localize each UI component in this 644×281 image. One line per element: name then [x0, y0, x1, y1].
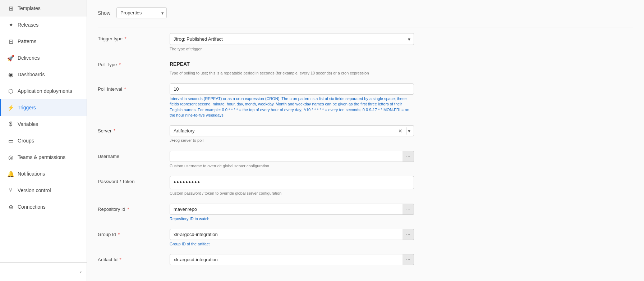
artifact-id-label: Artifact Id *	[98, 254, 170, 262]
sidebar-item-variables[interactable]: $ Variables	[0, 116, 87, 132]
username-expand-button[interactable]: ⋯	[402, 151, 414, 162]
sidebar-item-dashboards[interactable]: ◉ Dashboards	[0, 66, 87, 83]
application-deployments-icon: ⬡	[8, 88, 14, 94]
sidebar-item-label-patterns: Patterns	[18, 38, 36, 44]
server-row: Server * ✕ ▾ JFrog server to poll	[98, 125, 633, 143]
sidebar-item-patterns[interactable]: ⊟ Patterns	[0, 33, 87, 50]
sidebar-item-label-releases: Releases	[18, 22, 38, 28]
password-content: Custom password / token to override glob…	[170, 176, 414, 196]
repository-id-input-wrapper: ⋯	[170, 204, 414, 215]
poll-type-value: REPEAT	[170, 59, 414, 69]
patterns-icon: ⊟	[8, 38, 14, 45]
repository-id-hint: Repository ID to watch	[170, 216, 414, 222]
collapse-button[interactable]: ‹	[0, 266, 87, 278]
trigger-type-label: Trigger type *	[98, 33, 170, 41]
server-clear-icon[interactable]: ✕	[397, 127, 404, 135]
group-id-required: *	[117, 232, 120, 237]
username-input-wrapper: ⋯	[170, 151, 414, 162]
poll-interval-label: Poll Interval *	[98, 83, 170, 92]
poll-type-required: *	[118, 62, 121, 67]
repository-id-expand-button[interactable]: ⋯	[402, 204, 414, 215]
deliveries-icon: 🚀	[8, 55, 14, 61]
poll-interval-hint: Interval in seconds (REPEAT) or as a cro…	[170, 96, 414, 118]
sidebar-item-label-triggers: Triggers	[18, 105, 36, 110]
sidebar-item-label-teams-permissions: Teams & permissions	[18, 154, 65, 160]
server-hint: JFrog server to poll	[170, 138, 414, 143]
artifact-id-input[interactable]	[170, 254, 414, 265]
sidebar-item-version-control[interactable]: ⑂ Version control	[0, 182, 87, 199]
poll-interval-required: *	[123, 86, 126, 92]
username-content: ⋯ Custom username to override global ser…	[170, 151, 414, 169]
sidebar-bottom: ‹	[0, 262, 87, 281]
group-id-hint: Group ID of the artifact	[170, 241, 414, 247]
group-id-expand-button[interactable]: ⋯	[402, 229, 414, 240]
releases-icon: ✦	[8, 22, 14, 28]
trigger-type-required: *	[123, 36, 126, 41]
password-label: Password / Token	[98, 176, 170, 184]
artifact-id-required: *	[118, 257, 121, 262]
group-id-input-wrapper: ⋯	[170, 229, 414, 240]
sidebar-item-notifications[interactable]: 🔔 Notifications	[0, 166, 87, 182]
repository-id-input[interactable]	[170, 204, 414, 215]
sidebar-item-label-connections: Connections	[18, 204, 46, 210]
templates-icon: ⊞	[8, 5, 14, 12]
poll-type-content: REPEAT Type of polling to use; this is a…	[170, 59, 414, 76]
sidebar-item-releases[interactable]: ✦ Releases	[0, 17, 87, 33]
poll-interval-row: Poll Interval * Interval in seconds (REP…	[98, 83, 633, 118]
show-label: Show	[98, 10, 112, 16]
sidebar-item-application-deployments[interactable]: ⬡ Application deployments	[0, 83, 87, 99]
poll-type-label: Poll Type *	[98, 59, 170, 67]
server-input-wrapper: ✕ ▾	[170, 125, 414, 136]
poll-type-hint: Type of polling to use; this is a repeat…	[170, 71, 414, 76]
connections-icon: ⊕	[8, 204, 14, 210]
trigger-type-content: Jfrog: Published Artifact The type of tr…	[170, 33, 414, 52]
repository-id-required: *	[126, 207, 129, 212]
sidebar-item-triggers[interactable]: ⚡ Triggers	[0, 99, 87, 116]
teams-permissions-icon: ◎	[8, 154, 14, 160]
dashboards-icon: ◉	[8, 71, 14, 78]
trigger-type-hint: The type of trigger	[170, 46, 414, 52]
sidebar-item-deliveries[interactable]: 🚀 Deliveries	[0, 50, 87, 66]
group-id-input[interactable]	[170, 229, 414, 240]
group-id-label: Group Id *	[98, 229, 170, 237]
sidebar-item-label-application-deployments: Application deployments	[18, 88, 72, 94]
sidebar-item-label-notifications: Notifications	[18, 171, 45, 177]
sidebar-item-groups[interactable]: ▭ Groups	[0, 132, 87, 149]
server-required: *	[112, 128, 115, 133]
artifact-id-row: Artifact Id * ⋯	[98, 254, 633, 267]
poll-interval-content: Interval in seconds (REPEAT) or as a cro…	[170, 83, 414, 118]
sidebar-item-label-variables: Variables	[18, 121, 38, 127]
divider	[98, 27, 633, 27]
group-id-row: Group Id * ⋯ Group ID of the artifact	[98, 229, 633, 247]
group-id-content: ⋯ Group ID of the artifact	[170, 229, 414, 247]
sidebar-item-connections[interactable]: ⊕ Connections	[0, 199, 87, 215]
artifact-id-expand-button[interactable]: ⋯	[402, 254, 414, 265]
triggers-icon: ⚡	[8, 104, 14, 111]
sidebar-item-templates[interactable]: ⊞ Templates	[0, 0, 87, 17]
trigger-type-select-wrapper: Jfrog: Published Artifact	[170, 33, 414, 45]
server-label: Server *	[98, 125, 170, 133]
server-input[interactable]	[170, 125, 414, 136]
trigger-type-row: Trigger type * Jfrog: Published Artifact…	[98, 33, 633, 52]
username-label: Username	[98, 151, 170, 159]
sidebar-item-label-groups: Groups	[18, 138, 34, 144]
sidebar: ⊞ Templates ✦ Releases ⊟ Patterns 🚀 Deli…	[0, 0, 87, 281]
show-select-wrapper: Properties All Required	[116, 7, 167, 18]
collapse-icon: ‹	[80, 269, 82, 275]
username-row: Username ⋯ Custom username to override g…	[98, 151, 633, 169]
username-input[interactable]	[170, 151, 414, 162]
main-content: Show Properties All Required Trigger typ…	[87, 0, 644, 281]
username-hint: Custom username to override global serve…	[170, 163, 414, 169]
version-control-icon: ⑂	[8, 187, 14, 194]
sidebar-item-label-version-control: Version control	[18, 187, 51, 193]
artifact-id-input-wrapper: ⋯	[170, 254, 414, 265]
show-select[interactable]: Properties All Required	[116, 7, 167, 18]
server-content: ✕ ▾ JFrog server to poll	[170, 125, 414, 143]
password-hint: Custom password / token to override glob…	[170, 191, 414, 196]
server-dropdown-icon[interactable]: ▾	[406, 127, 412, 135]
password-input[interactable]	[170, 176, 414, 189]
trigger-type-select[interactable]: Jfrog: Published Artifact	[170, 33, 414, 45]
repository-id-label: Repository Id *	[98, 204, 170, 212]
poll-interval-input[interactable]	[170, 83, 414, 95]
sidebar-item-teams-permissions[interactable]: ◎ Teams & permissions	[0, 149, 87, 166]
